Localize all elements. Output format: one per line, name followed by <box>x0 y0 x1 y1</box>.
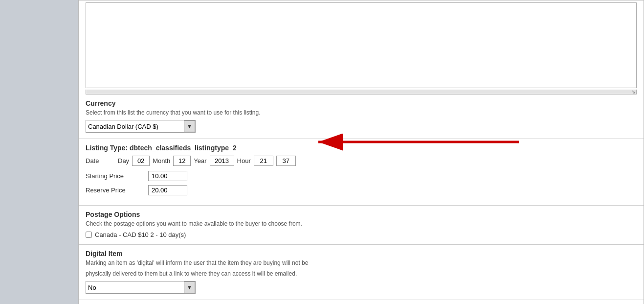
page-layout: ⇘ Currency Select from this list the cur… <box>0 0 644 304</box>
postage-option-row: Canada - CAD $10 2 - 10 day(s) <box>86 231 637 238</box>
digital-select[interactable]: No Yes <box>86 283 184 292</box>
currency-description: Select from this list the currency that … <box>86 109 637 116</box>
description-textarea[interactable] <box>86 2 637 88</box>
starting-price-row: Starting Price <box>86 171 637 181</box>
postage-description: Check the postage options you want to ma… <box>86 220 637 227</box>
digital-dropdown-arrow[interactable]: ▼ <box>184 281 195 293</box>
digital-select-wrapper: No Yes ▼ <box>86 281 196 294</box>
reserve-price-label: Reserve Price <box>86 187 144 194</box>
day-label: Day <box>118 157 129 164</box>
day-input[interactable] <box>132 156 150 166</box>
postage-title: Postage Options <box>86 210 637 218</box>
textarea-resize-bar: ⇘ <box>86 90 637 94</box>
digital-title: Digital Item <box>86 250 637 257</box>
digital-description-line1: Marking an item as 'digital' will inform… <box>86 259 637 266</box>
listing-type-section: Listing Type: dbtech_classifieds_listing… <box>79 139 644 206</box>
inner-content: ⇘ Currency Select from this list the cur… <box>78 0 644 304</box>
month-label: Month <box>153 157 170 164</box>
minute-input[interactable] <box>276 156 296 166</box>
listing-type-title: Listing Type: dbtech_classifieds_listing… <box>86 144 637 152</box>
currency-title: Currency <box>86 99 637 107</box>
digital-description-line2: physically delivered to them but a link … <box>86 270 637 277</box>
date-row: Date Day Month Year Hour <box>86 156 637 166</box>
currency-select[interactable]: Canadian Dollar (CAD $) US Dollar (USD $… <box>86 122 184 131</box>
reserve-price-row: Reserve Price <box>86 185 637 195</box>
postage-option-label: Canada - CAD $10 2 - 10 day(s) <box>95 231 186 238</box>
postage-section: Postage Options Check the postage option… <box>79 206 644 245</box>
delivery-section: Delivery Time The delivery time you sele… <box>79 300 644 304</box>
starting-price-input[interactable] <box>148 171 187 181</box>
postage-checkbox[interactable] <box>86 232 92 238</box>
hour-label: Hour <box>237 157 251 164</box>
month-input[interactable] <box>173 156 191 166</box>
year-input[interactable] <box>210 156 234 166</box>
date-label: Date <box>86 157 115 164</box>
digital-section: Digital Item Marking an item as 'digital… <box>79 245 644 300</box>
resize-icon: ⇘ <box>631 89 635 94</box>
description-section: ⇘ <box>79 0 644 94</box>
reserve-price-input[interactable] <box>148 185 187 195</box>
main-content: ⇘ Currency Select from this list the cur… <box>78 0 644 304</box>
currency-section: Currency Select from this list the curre… <box>79 94 644 139</box>
sidebar <box>0 0 78 304</box>
hour-input[interactable] <box>254 156 273 166</box>
currency-select-wrapper: Canadian Dollar (CAD $) US Dollar (USD $… <box>86 120 196 133</box>
starting-price-label: Starting Price <box>86 172 144 180</box>
year-label: Year <box>194 157 206 164</box>
currency-dropdown-arrow[interactable]: ▼ <box>184 120 195 132</box>
